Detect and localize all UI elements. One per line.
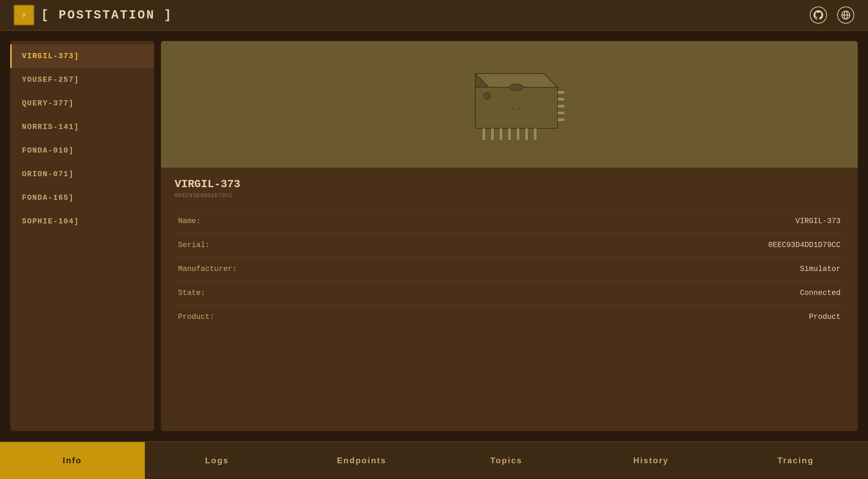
logo-icon: ⚡ <box>14 5 34 25</box>
github-button[interactable] <box>810 7 827 24</box>
device-serial-subtitle: 0EEC93D4DD1D79CC <box>175 193 844 199</box>
svg-rect-18 <box>557 118 564 121</box>
svg-rect-16 <box>557 104 564 108</box>
sidebar-item-sophie-104[interactable]: SOPHIE-104] <box>10 210 154 233</box>
app-title: [ POSTSTATION ] <box>41 8 173 22</box>
svg-rect-7 <box>482 128 486 140</box>
svg-point-6 <box>510 84 523 91</box>
svg-rect-13 <box>533 128 537 140</box>
sidebar-item-norris-141[interactable]: NORRIS-141] <box>10 115 154 139</box>
github-icon <box>814 10 823 20</box>
info-row-serial: Serial: 0EEC93D4DD1D79CC <box>175 233 844 257</box>
sidebar-item-fonda-010[interactable]: FONDA-010] <box>10 139 154 163</box>
sidebar-item-virgil-373[interactable]: VIRGIL-373] <box>10 44 154 68</box>
bottom-nav: Info Logs Endpoints Topics History Traci… <box>0 441 868 479</box>
tab-history[interactable]: History <box>579 442 724 479</box>
info-row-manufacturer: Manufacturer: Simulator <box>175 257 844 281</box>
header: ⚡ [ POSTSTATION ] <box>0 0 868 31</box>
chip-illustration: = = <box>455 60 564 149</box>
value-state: Connected <box>478 281 844 305</box>
svg-text:= =: = = <box>512 106 520 112</box>
sidebar-item-query-377[interactable]: QUERY-377] <box>10 92 154 115</box>
device-info-table: Name: VIRGIL-373 Serial: 0EEC93D4DD1D79C… <box>175 209 844 329</box>
label-state: State: <box>175 281 478 305</box>
header-left: ⚡ [ POSTSTATION ] <box>14 5 173 25</box>
info-row-name: Name: VIRGIL-373 <box>175 209 844 233</box>
svg-rect-9 <box>499 128 503 140</box>
tab-topics[interactable]: Topics <box>434 442 579 479</box>
sidebar: VIRGIL-373] YOUSEF-257] QUERY-377] NORRI… <box>10 41 154 431</box>
label-product: Product: <box>175 305 478 329</box>
tab-info[interactable]: Info <box>0 442 145 479</box>
info-row-product: Product: Product <box>175 305 844 329</box>
svg-rect-17 <box>557 111 564 115</box>
tab-endpoints[interactable]: Endpoints <box>289 442 434 479</box>
sidebar-item-orion-071[interactable]: ORION-071] <box>10 163 154 186</box>
svg-rect-11 <box>516 128 520 140</box>
value-serial: 0EEC93D4DD1D79CC <box>478 233 844 257</box>
label-serial: Serial: <box>175 233 478 257</box>
globe-icon <box>841 10 851 20</box>
globe-button[interactable] <box>837 7 854 24</box>
tab-logs[interactable]: Logs <box>145 442 290 479</box>
value-product: Product <box>478 305 844 329</box>
svg-point-20 <box>484 92 491 99</box>
svg-rect-15 <box>557 98 564 101</box>
header-right <box>810 7 854 24</box>
device-info: VIRGIL-373 0EEC93D4DD1D79CC Name: VIRGIL… <box>161 168 858 431</box>
tab-tracing[interactable]: Tracing <box>724 442 868 479</box>
main-content: VIRGIL-373] YOUSEF-257] QUERY-377] NORRI… <box>0 31 868 441</box>
svg-rect-12 <box>525 128 528 140</box>
svg-rect-14 <box>557 91 564 94</box>
info-row-state: State: Connected <box>175 281 844 305</box>
sidebar-item-fonda-165[interactable]: FONDA-165] <box>10 186 154 210</box>
device-title: VIRGIL-373 <box>175 178 844 191</box>
sidebar-item-yousef-257[interactable]: YOUSEF-257] <box>10 68 154 92</box>
svg-rect-8 <box>491 128 494 140</box>
device-image: = = <box>161 41 858 168</box>
svg-rect-10 <box>508 128 511 140</box>
label-name: Name: <box>175 209 478 233</box>
device-panel: = = VIRGIL-373 0EEC93D4DD1D79CC Name: VI… <box>161 41 858 431</box>
value-manufacturer: Simulator <box>478 257 844 281</box>
lightning-icon: ⚡ <box>21 9 27 21</box>
label-manufacturer: Manufacturer: <box>175 257 478 281</box>
value-name: VIRGIL-373 <box>478 209 844 233</box>
